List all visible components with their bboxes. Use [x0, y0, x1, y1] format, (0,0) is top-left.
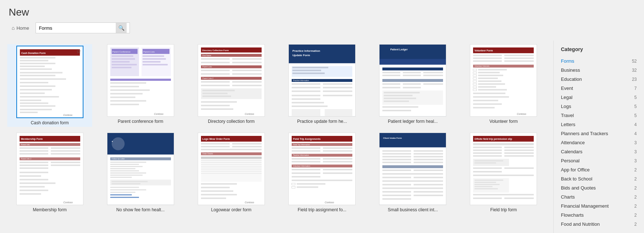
sidebar-item-planners-trackers[interactable]: Planners and Trackers4 — [554, 129, 644, 138]
svg-text:Contoso: Contoso — [154, 113, 163, 115]
sidebar-item-legal[interactable]: Legal5 — [554, 93, 644, 102]
svg-rect-191 — [110, 162, 146, 163]
svg-rect-93 — [292, 95, 320, 96]
svg-rect-261 — [380, 133, 446, 147]
svg-rect-9 — [20, 75, 55, 76]
template-item-directory-collection[interactable]: Directory Collection Form First Name Par… — [189, 44, 274, 127]
search-input[interactable] — [36, 24, 116, 33]
svg-rect-7 — [20, 68, 52, 70]
svg-rect-72 — [201, 101, 237, 103]
template-item-cash-donation[interactable]: Cash Donation Form Contoso ☆Cash donatio… — [7, 44, 92, 127]
svg-text:Field Trip Information: Field Trip Information — [293, 144, 310, 146]
template-item-field-trip-form[interactable]: Offsite field trip permission slip — [461, 133, 546, 212]
template-item-field-trip-assignment[interactable]: Field Trip Assignments Field Trip Inform… — [280, 133, 365, 212]
template-item-no-show-fee[interactable]: ● Follow Up Letter No show fee form heal… — [98, 133, 183, 212]
svg-rect-58 — [201, 70, 230, 71]
sidebar-item-letters[interactable]: Letters4 — [554, 120, 644, 129]
template-item-practice-update[interactable]: Practice Information Update Form Practic… — [280, 44, 365, 127]
search-button[interactable]: 🔍 — [116, 23, 127, 33]
sidebar-item-attendance[interactable]: Attendance3 — [554, 138, 644, 147]
svg-rect-83 — [292, 70, 321, 71]
svg-rect-84 — [292, 72, 325, 74]
svg-rect-293 — [473, 147, 502, 148]
svg-rect-312 — [475, 186, 492, 187]
svg-rect-97 — [292, 105, 328, 107]
svg-rect-311 — [475, 184, 500, 185]
sidebar-item-charts[interactable]: Charts2 — [554, 192, 644, 201]
sidebar-item-back-to-school[interactable]: Back to School2 — [554, 174, 644, 183]
svg-text:Directory Collection Form: Directory Collection Form — [202, 49, 229, 51]
svg-rect-282 — [414, 184, 443, 186]
svg-rect-301 — [473, 159, 509, 166]
svg-rect-252 — [323, 172, 352, 174]
main-content: Cash Donation Form Contoso ☆Cash donatio… — [0, 41, 644, 233]
template-thumb-membership: Membership Form Parent Info Parent Info … — [16, 133, 83, 205]
sidebar-item-calendars[interactable]: Calendars3 — [554, 147, 644, 156]
svg-rect-179 — [19, 183, 55, 184]
svg-text:Practice Information: Practice Information — [293, 80, 309, 82]
svg-rect-222 — [201, 167, 262, 167]
svg-text:Contoso: Contoso — [245, 201, 254, 204]
svg-rect-95 — [292, 98, 320, 100]
svg-rect-210 — [201, 143, 230, 145]
svg-rect-60 — [201, 73, 230, 75]
template-item-parent-conference[interactable]: Parent Conference Parent Lists Contoso P… — [98, 44, 183, 127]
svg-rect-276 — [414, 170, 443, 171]
template-item-membership[interactable]: Membership Form Parent Info Parent Info … — [7, 133, 92, 212]
svg-text:Parent Info 2: Parent Info 2 — [21, 158, 31, 160]
svg-rect-297 — [473, 152, 502, 154]
template-grid: Cash Donation Form Contoso ☆Cash donatio… — [7, 44, 546, 212]
sidebar-item-bids-quotes[interactable]: Bids and Quotes2 — [554, 183, 644, 192]
sidebar-item-business[interactable]: Business32 — [554, 66, 644, 75]
svg-rect-256 — [297, 183, 325, 185]
sidebar-item-personal[interactable]: Personal3 — [554, 156, 644, 165]
svg-rect-132 — [473, 61, 502, 62]
svg-rect-300 — [504, 155, 534, 157]
svg-text:Contoso: Contoso — [63, 201, 73, 204]
svg-rect-257 — [292, 186, 295, 188]
svg-rect-110 — [403, 75, 421, 76]
svg-rect-286 — [382, 195, 411, 196]
svg-rect-200 — [112, 181, 148, 182]
sidebar-item-logs[interactable]: Logs5 — [554, 102, 644, 111]
svg-rect-307 — [473, 175, 534, 176]
svg-rect-238 — [323, 147, 352, 149]
svg-rect-174 — [51, 165, 80, 166]
svg-rect-196 — [110, 172, 146, 174]
template-item-small-business-client[interactable]: Client Intake Form — [370, 133, 455, 212]
template-item-patient-ledger[interactable]: Patient Ledger Patient ledger form heal.… — [370, 44, 455, 127]
sidebar-item-event[interactable]: Event7 — [554, 84, 644, 93]
sidebar-item-flowcharts[interactable]: Flowcharts2 — [554, 211, 644, 220]
sidebar-item-education[interactable]: Education23 — [554, 75, 644, 84]
svg-rect-270 — [382, 159, 411, 160]
svg-rect-269 — [414, 156, 443, 157]
sidebar-scrollable[interactable]: Forms52Business32Education23Event7Legal5… — [554, 57, 644, 230]
svg-rect-199 — [110, 180, 171, 186]
home-label: Home — [16, 25, 29, 31]
svg-rect-201 — [112, 183, 140, 184]
page-title: New — [9, 7, 635, 18]
template-item-volunteer[interactable]: Volunteer Form Volunteer Interests — [461, 44, 546, 127]
svg-rect-5 — [20, 63, 55, 64]
sidebar-item-travel[interactable]: Travel5 — [554, 111, 644, 120]
sidebar-item-financial-management[interactable]: Financial Management2 — [554, 201, 644, 211]
svg-rect-101 — [380, 45, 446, 59]
template-item-logowear-order[interactable]: Logo Wear Order Form Order Details Conto… — [189, 133, 274, 212]
svg-rect-143 — [478, 78, 498, 79]
svg-rect-226 — [201, 183, 237, 185]
svg-rect-38 — [110, 79, 171, 81]
svg-rect-156 — [473, 107, 495, 108]
svg-text:Contoso: Contoso — [517, 113, 526, 115]
svg-rect-182 — [19, 193, 41, 195]
template-label-field-trip-form: Field trip form — [490, 207, 517, 212]
svg-text:Parent Lists: Parent Lists — [202, 66, 212, 68]
home-button[interactable]: ⌂ Home — [9, 24, 32, 32]
svg-rect-108 — [423, 72, 443, 73]
sidebar-item-forms[interactable]: Forms52 — [554, 57, 644, 66]
svg-text:Order Details: Order Details — [202, 153, 213, 155]
sidebar-item-food-nutrition[interactable]: Food and Nutrition2 — [554, 220, 644, 229]
svg-rect-103 — [380, 59, 446, 65]
svg-rect-44 — [110, 100, 146, 101]
svg-rect-264 — [382, 150, 411, 152]
sidebar-item-app-for-office[interactable]: App for Office2 — [554, 165, 644, 174]
